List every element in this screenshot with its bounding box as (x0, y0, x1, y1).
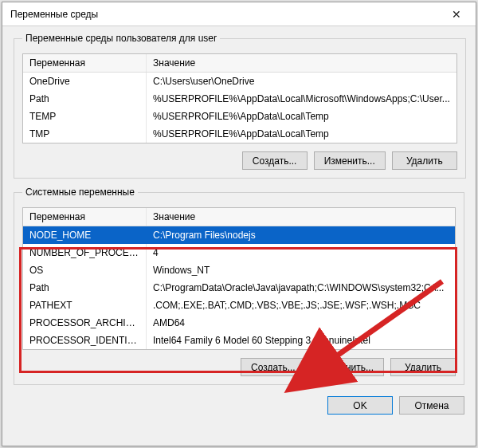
cell-variable: OS (23, 261, 147, 279)
table-row[interactable]: TEMP%USERPROFILE%\AppData\Local\Temp (23, 108, 456, 125)
cell-variable: NUMBER_OF_PROCESSORS (23, 244, 147, 261)
table-row[interactable]: NUMBER_OF_PROCESSORS4 (23, 244, 455, 261)
window-title: Переменные среды (10, 9, 441, 20)
cell-value: C:\ProgramData\Oracle\Java\javapath;C:\W… (147, 279, 455, 297)
user-vars-list[interactable]: Переменная Значение OneDriveC:\Users\use… (22, 53, 457, 143)
col-header-value[interactable]: Значение (147, 54, 456, 72)
content-area: Переменные среды пользователя для user П… (2, 26, 476, 446)
cell-value: .COM;.EXE;.BAT;.CMD;.VBS;.VBE;.JS;.JSE;.… (147, 297, 455, 314)
table-row[interactable]: OSWindows_NT (23, 261, 455, 279)
table-row[interactable]: NODE_HOMEC:\Program Files\nodejs (23, 226, 455, 244)
system-edit-button[interactable]: Изменить... (312, 358, 384, 376)
close-button[interactable]: ✕ (441, 2, 472, 26)
table-row[interactable]: TMP%USERPROFILE%\AppData\Local\Temp (23, 125, 456, 143)
cell-value: %USERPROFILE%\AppData\Local\Microsoft\Wi… (147, 90, 456, 108)
env-vars-dialog: Переменные среды ✕ Переменные среды поль… (2, 2, 476, 446)
col-header-value[interactable]: Значение (147, 208, 455, 226)
cell-variable: PATHEXT (23, 297, 147, 314)
dialog-buttons: OK Отмена (14, 393, 464, 415)
table-row[interactable]: OneDriveC:\Users\user\OneDrive (23, 73, 456, 90)
cell-variable: PROCESSOR_ARCHITECTURE (23, 314, 147, 332)
cell-value: 4 (147, 244, 455, 261)
table-row[interactable]: PATHEXT.COM;.EXE;.BAT;.CMD;.VBS;.VBE;.JS… (23, 297, 455, 314)
user-delete-button[interactable]: Удалить (392, 151, 457, 170)
cancel-button[interactable]: Отмена (399, 396, 464, 415)
cell-variable: Path (23, 279, 147, 297)
cell-value: Windows_NT (147, 261, 455, 279)
cell-variable: Path (23, 90, 147, 108)
cell-variable: PROCESSOR_IDENTIFIER (23, 332, 147, 349)
user-vars-group: Переменные среды пользователя для user П… (14, 33, 466, 179)
cell-value: C:\Users\user\OneDrive (147, 73, 456, 90)
system-vars-header: Переменная Значение (23, 208, 455, 226)
cell-value: %USERPROFILE%\AppData\Local\Temp (147, 125, 456, 143)
col-header-variable[interactable]: Переменная (23, 54, 147, 72)
cell-variable: OneDrive (23, 73, 147, 90)
system-vars-legend: Системные переменные (22, 187, 138, 198)
cell-value: AMD64 (147, 314, 455, 332)
close-icon: ✕ (452, 8, 461, 21)
table-row[interactable]: Path%USERPROFILE%\AppData\Local\Microsof… (23, 90, 456, 108)
table-row[interactable]: PROCESSOR_ARCHITECTUREAMD64 (23, 314, 455, 332)
system-vars-group: Системные переменные Переменная Значение… (14, 187, 464, 385)
system-delete-button[interactable]: Удалить (390, 358, 456, 376)
system-vars-list[interactable]: Переменная Значение NODE_HOMEC:\Program … (22, 207, 456, 350)
user-vars-header: Переменная Значение (23, 54, 456, 73)
titlebar: Переменные среды ✕ (2, 2, 476, 26)
system-vars-buttons: Создать... Изменить... Удалить (22, 358, 456, 376)
cell-variable: TMP (23, 125, 147, 143)
cell-value: %USERPROFILE%\AppData\Local\Temp (147, 108, 456, 125)
ok-button[interactable]: OK (327, 396, 393, 415)
user-edit-button[interactable]: Изменить... (314, 151, 386, 170)
cell-variable: TEMP (23, 108, 147, 125)
user-vars-legend: Переменные среды пользователя для user (22, 33, 220, 44)
system-new-button[interactable]: Создать... (241, 358, 306, 376)
user-vars-buttons: Создать... Изменить... Удалить (22, 151, 457, 170)
cell-variable: NODE_HOME (23, 226, 147, 244)
cell-value: Intel64 Family 6 Model 60 Stepping 3, Ge… (147, 332, 455, 349)
table-row[interactable]: PROCESSOR_IDENTIFIERIntel64 Family 6 Mod… (23, 332, 455, 349)
cell-value: C:\Program Files\nodejs (147, 226, 455, 244)
table-row[interactable]: PathC:\ProgramData\Oracle\Java\javapath;… (23, 279, 455, 297)
user-new-button[interactable]: Создать... (242, 151, 308, 170)
col-header-variable[interactable]: Переменная (23, 208, 147, 226)
